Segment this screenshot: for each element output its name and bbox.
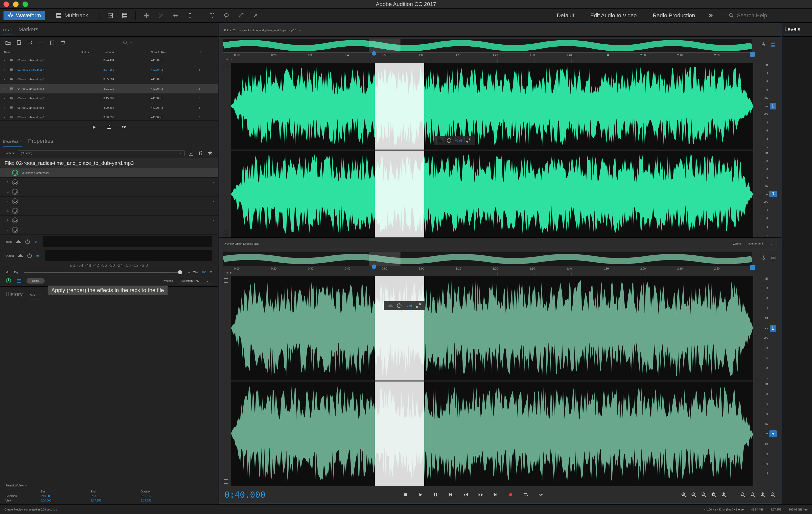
- stop-button[interactable]: [401, 490, 410, 500]
- loop-button[interactable]: [521, 490, 531, 500]
- spectral-pitch-icon[interactable]: [121, 12, 128, 19]
- selection-highlight[interactable]: [375, 63, 424, 149]
- delete-preset-icon[interactable]: [198, 150, 204, 156]
- playhead-icon[interactable]: [372, 51, 376, 56]
- mix-wet-value[interactable]: 100: [202, 271, 206, 274]
- slot-power-icon[interactable]: ⏻: [12, 208, 18, 214]
- open-file-icon[interactable]: [5, 40, 11, 46]
- editor-hud[interactable]: +0 dB: [434, 136, 475, 145]
- help-search[interactable]: [728, 12, 809, 19]
- channel-l-badge[interactable]: L: [770, 325, 776, 332]
- go-end-button[interactable]: [491, 490, 501, 500]
- file-row[interactable]: ▸ 𝍤 04-root...ub-yard.mp3 3:21.012 44100…: [0, 84, 218, 93]
- hud-db-value[interactable]: +0 dB: [455, 139, 462, 142]
- expand-icon[interactable]: ▸: [4, 68, 10, 72]
- panel-menu-icon[interactable]: ≡: [11, 29, 12, 32]
- new-file-icon[interactable]: [16, 40, 22, 46]
- input-value[interactable]: +0: [34, 240, 37, 243]
- editor-channel-right[interactable]: [231, 150, 753, 237]
- col-duration[interactable]: Duration: [104, 51, 151, 54]
- view-start[interactable]: 0:00.000: [40, 499, 91, 502]
- tab-markers[interactable]: Markers: [19, 24, 38, 35]
- slot-open-icon[interactable]: ▸: [213, 228, 214, 231]
- preview-hud[interactable]: +0 dB: [384, 301, 425, 310]
- file-row[interactable]: ▸ 𝍤 07-root...ub-yard.mp3 3:36.659 44100…: [0, 112, 218, 120]
- spectral-freq-icon[interactable]: [107, 12, 114, 19]
- loop-icon[interactable]: [106, 124, 112, 130]
- preview-overview[interactable]: [223, 252, 752, 266]
- selection-highlight[interactable]: [375, 276, 424, 380]
- selection-highlight[interactable]: [375, 150, 424, 237]
- rewind-button[interactable]: [461, 490, 471, 500]
- zoom-window-icon[interactable]: [23, 1, 28, 7]
- knob-icon[interactable]: [446, 138, 452, 144]
- expand-icon[interactable]: ▸: [4, 97, 10, 100]
- slot-open-icon[interactable]: ▸: [213, 209, 214, 212]
- workspace-default[interactable]: Default: [552, 12, 579, 19]
- zoom-out-icon[interactable]: [691, 492, 697, 498]
- vol-envelope-icon[interactable]: [223, 278, 229, 284]
- pan-envelope-icon[interactable]: [223, 230, 229, 236]
- zoom-selection-icon[interactable]: [711, 492, 717, 498]
- file-row[interactable]: ▸ 𝍤 05-root...ub-yard.mp3 3:15.787 44100…: [0, 93, 218, 103]
- channel-r-badge[interactable]: R: [770, 430, 777, 437]
- preview-ruler[interactable]: hms0:100:200:300:400:501:001:101:201:301…: [223, 266, 756, 276]
- zoom-full-icon[interactable]: [701, 492, 707, 498]
- effect-slot[interactable]: 7 ⏻ ▸: [0, 225, 218, 235]
- apply-button[interactable]: Apply: [27, 278, 45, 284]
- effect-slot[interactable]: 2 ⏻ ▸: [0, 178, 218, 187]
- expand-icon[interactable]: ▸: [4, 78, 10, 81]
- more-workspaces-icon[interactable]: [706, 12, 714, 19]
- play-icon[interactable]: [91, 124, 97, 130]
- zoom-amp-out-icon[interactable]: [770, 492, 776, 498]
- selection-highlight[interactable]: [375, 381, 424, 486]
- view-end[interactable]: 2:27.252: [91, 499, 141, 502]
- record-button[interactable]: [506, 490, 516, 500]
- zoom-in-icon[interactable]: [681, 492, 687, 498]
- editor-channel-left[interactable]: [231, 63, 753, 149]
- play-button[interactable]: [415, 490, 426, 500]
- files-header[interactable]: Name ↑ Status Duration Sample Rate Ch: [0, 49, 218, 55]
- new-multitrack-icon[interactable]: [27, 40, 33, 46]
- slot-power-icon[interactable]: ⏻: [12, 227, 18, 233]
- rack-power-icon[interactable]: [5, 278, 11, 284]
- process-dropdown[interactable]: Selection Only⌄: [178, 278, 212, 284]
- razor-tool-icon[interactable]: [157, 12, 165, 19]
- pin-icon[interactable]: [761, 41, 767, 48]
- tab-history[interactable]: History: [5, 289, 23, 300]
- tab-video[interactable]: Video≡: [30, 289, 40, 300]
- preview-channel-left[interactable]: [231, 276, 753, 380]
- effect-slot[interactable]: 1 ⏻ Multiband Compressor ▸: [0, 168, 218, 178]
- panel-menu-icon[interactable]: ≡: [25, 484, 27, 487]
- view-multitrack-button[interactable]: Multitrack: [52, 11, 92, 20]
- workspace-radio-production[interactable]: Radio Production: [648, 12, 700, 19]
- zoom-dropdown[interactable]: Independent⌄: [744, 241, 777, 246]
- slip-tool-icon[interactable]: [172, 12, 179, 19]
- editor-overview[interactable]: [223, 38, 752, 53]
- slot-open-icon[interactable]: ▸: [213, 180, 214, 184]
- expand-icon[interactable]: ▸: [4, 116, 10, 119]
- lasso-tool-icon[interactable]: [223, 12, 230, 19]
- tab-effects-rack[interactable]: Effects Rack≡: [3, 136, 22, 146]
- slot-power-icon[interactable]: ⏻: [12, 179, 18, 185]
- file-row[interactable]: ▸ 𝍤 03-root...ub-yard.mp3 3:05.364 44100…: [0, 75, 218, 84]
- panel-menu-icon[interactable]: ≡: [299, 29, 301, 32]
- insert-icon[interactable]: [38, 40, 44, 46]
- sel-dur[interactable]: 0:13.813: [141, 494, 191, 497]
- slot-open-icon[interactable]: ▸: [213, 200, 214, 203]
- slot-open-icon[interactable]: ▸: [213, 171, 214, 174]
- sel-start[interactable]: 0:40.000: [40, 494, 91, 497]
- autoplay-icon[interactable]: [121, 124, 127, 130]
- go-start-button[interactable]: [445, 490, 456, 500]
- pause-button[interactable]: [431, 490, 440, 500]
- slot-power-icon[interactable]: ⏻: [12, 189, 18, 195]
- view-dur[interactable]: 2:27.252: [141, 499, 191, 502]
- preview-waveform-area[interactable]: dB-3-6-9-15-∞-15-9-6-3-dB-3-6-9-15-∞-15-…: [223, 276, 778, 486]
- presets-dropdown[interactable]: (Custom)⌄: [18, 150, 184, 156]
- col-sample-rate[interactable]: Sample Rate: [151, 51, 199, 54]
- slider-knob-icon[interactable]: [178, 270, 182, 274]
- cti-end-icon[interactable]: [750, 52, 755, 57]
- workspace-edit-audio-to-video[interactable]: Edit Audio to Video: [586, 12, 641, 19]
- pan-envelope-icon[interactable]: [223, 479, 229, 484]
- zoom-amp-in-icon[interactable]: [760, 492, 766, 498]
